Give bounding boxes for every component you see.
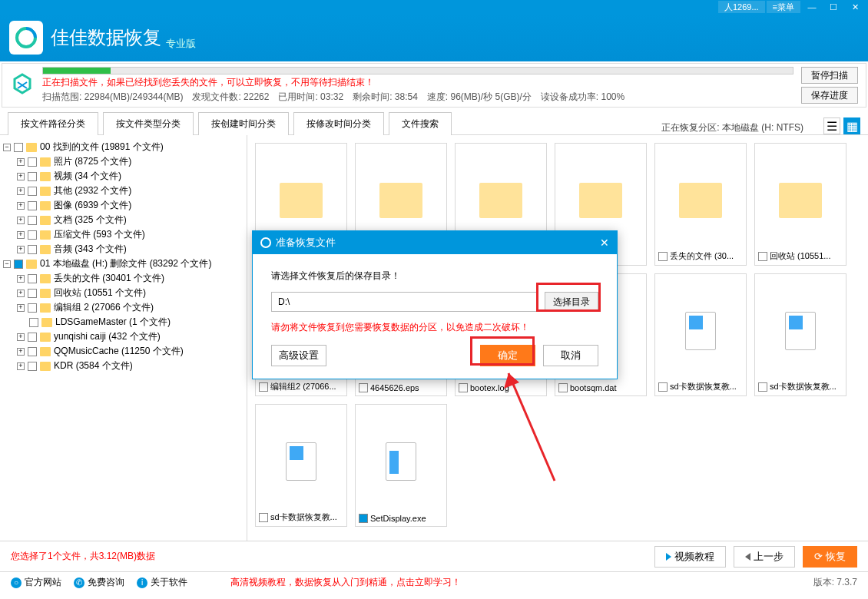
tree-label[interactable]: 图像 (6939 个文件)	[54, 199, 131, 212]
folder-icon	[40, 333, 51, 342]
tab-by-path[interactable]: 按文件路径分类	[8, 112, 98, 135]
tree-label[interactable]: yunqishi caiji (432 个文件)	[54, 330, 161, 343]
expand-icon[interactable]: −	[3, 260, 11, 268]
checkbox[interactable]	[758, 382, 767, 392]
tile-label: bootsqm.dat	[570, 383, 617, 392]
advanced-settings-button[interactable]: 高级设置	[271, 345, 326, 366]
tab-by-type[interactable]: 按文件类型分类	[103, 112, 194, 135]
about-link[interactable]: i关于软件	[137, 576, 187, 589]
cancel-button[interactable]: 取消	[543, 345, 598, 366]
promo-text[interactable]: 高清视频教程，数据恢复从入门到精通，点击立即学习！	[230, 576, 461, 589]
user-button[interactable]: 人 1269...	[718, 1, 765, 13]
browse-button[interactable]: 选择目录	[545, 292, 598, 312]
folder-icon	[40, 172, 51, 181]
tab-search[interactable]: 文件搜索	[389, 112, 452, 135]
checkbox[interactable]	[658, 382, 668, 392]
close-button[interactable]: ✕	[845, 1, 865, 13]
folder-icon	[40, 201, 51, 210]
checkbox[interactable]	[259, 382, 268, 392]
save-progress-button[interactable]: 保存进度	[801, 87, 858, 104]
checkbox[interactable]	[28, 172, 37, 181]
checkbox[interactable]	[28, 362, 37, 371]
expand-icon[interactable]: +	[17, 290, 25, 297]
checkbox[interactable]	[359, 383, 368, 392]
tree-label[interactable]: 丢失的文件 (30401 个文件)	[54, 272, 164, 285]
scan-message: 正在扫描文件，如果已经找到您丢失的文件，可以立即恢复，不用等待扫描结束！	[42, 76, 793, 89]
file-tile[interactable]: 回收站 (10551...	[754, 143, 846, 266]
tree-panel[interactable]: −00 找到的文件 (19891 个文件) +照片 (8725 个文件) +视频…	[0, 135, 247, 541]
tab-by-modified[interactable]: 按修改时间分类	[293, 112, 384, 135]
checkbox[interactable]	[28, 230, 37, 240]
checkbox[interactable]	[459, 383, 468, 392]
tree-label[interactable]: 视频 (34 个文件)	[54, 170, 121, 183]
checkbox[interactable]	[558, 383, 568, 392]
checkbox[interactable]	[758, 252, 767, 261]
minimize-button[interactable]: —	[802, 1, 822, 13]
dialog-title-bar[interactable]: 准备恢复文件 ✕	[253, 231, 617, 254]
tile-label: 编辑组2 (27066...	[270, 381, 336, 392]
pause-scan-button[interactable]: 暂停扫描	[801, 67, 858, 84]
checkbox[interactable]	[28, 274, 37, 283]
tree-label[interactable]: 回收站 (10551 个文件)	[54, 286, 146, 300]
file-tile[interactable]: 丢失的文件 (30...	[654, 143, 747, 266]
checkbox[interactable]	[28, 347, 37, 356]
expand-icon[interactable]: +	[17, 362, 25, 370]
dialog-close-button[interactable]: ✕	[600, 237, 609, 249]
save-path-input[interactable]	[271, 292, 537, 312]
expand-icon[interactable]: +	[17, 275, 25, 283]
expand-icon[interactable]: +	[17, 231, 25, 239]
menu-button[interactable]: ≡ 菜单	[767, 1, 800, 13]
official-site-link[interactable]: ○官方网站	[11, 576, 61, 589]
expand-icon[interactable]: +	[17, 333, 25, 341]
tree-label[interactable]: KDR (3584 个文件)	[54, 359, 133, 372]
expand-icon[interactable]: −	[3, 144, 11, 151]
tree-label[interactable]: 其他 (2932 个文件)	[54, 184, 131, 197]
expand-icon[interactable]: +	[17, 187, 25, 195]
checkbox[interactable]	[359, 514, 368, 523]
video-tutorial-button[interactable]: 视频教程	[654, 546, 726, 568]
tree-label[interactable]: 文档 (325 个文件)	[54, 213, 127, 227]
ok-button[interactable]: 确定	[480, 345, 535, 366]
prev-step-button[interactable]: 上一步	[734, 546, 795, 568]
checkbox[interactable]	[29, 318, 38, 327]
recover-button[interactable]: ⟳ 恢复	[803, 546, 857, 568]
checkbox[interactable]	[28, 303, 37, 313]
tree-label[interactable]: QQMusicCache (11250 个文件)	[54, 345, 184, 358]
checkbox[interactable]	[658, 252, 668, 261]
file-tile[interactable]: sd卡数据恢复教...	[255, 404, 347, 527]
expand-icon[interactable]: +	[17, 304, 25, 312]
tree-label[interactable]: LDSGameMaster (1 个文件)	[55, 316, 171, 329]
file-tile[interactable]: SetDisplay.exe	[355, 404, 447, 527]
checkbox[interactable]	[28, 157, 37, 167]
checkbox[interactable]	[28, 201, 37, 210]
expand-icon[interactable]: +	[17, 158, 25, 166]
checkbox[interactable]	[14, 143, 23, 152]
expand-icon[interactable]: +	[17, 217, 25, 224]
expand-icon[interactable]: +	[17, 246, 25, 253]
file-tile[interactable]: sd卡数据恢复教...	[654, 273, 747, 396]
checkbox[interactable]	[28, 216, 37, 225]
tree-label[interactable]: 音频 (343 个文件)	[54, 243, 127, 256]
checkbox[interactable]	[28, 333, 37, 342]
tab-by-created[interactable]: 按创建时间分类	[198, 112, 289, 135]
checkbox[interactable]	[14, 260, 23, 269]
checkbox[interactable]	[259, 513, 268, 522]
expand-icon[interactable]: +	[17, 348, 25, 356]
checkbox[interactable]	[28, 289, 37, 298]
file-tile[interactable]: sd卡数据恢复教...	[754, 273, 846, 396]
tree-label[interactable]: 编辑组 2 (27066 个文件)	[54, 301, 154, 314]
tree-label[interactable]: 压缩文件 (593 个文件)	[54, 228, 145, 241]
folder-icon	[26, 260, 37, 269]
checkbox[interactable]	[28, 187, 37, 196]
expand-icon[interactable]: +	[17, 173, 25, 180]
tree-label[interactable]: 照片 (8725 个文件)	[54, 155, 131, 168]
grid-view-button[interactable]: ▦	[843, 117, 860, 134]
list-view-button[interactable]: ☰	[823, 117, 840, 134]
tree-label[interactable]: 01 本地磁盘 (H:) 删除文件 (83292 个文件)	[40, 257, 211, 270]
checkbox[interactable]	[28, 245, 37, 254]
free-consult-link[interactable]: ✆免费咨询	[74, 576, 124, 589]
folder-icon	[379, 183, 422, 218]
maximize-button[interactable]: ☐	[823, 1, 843, 13]
expand-icon[interactable]: +	[17, 202, 25, 210]
tree-label[interactable]: 00 找到的文件 (19891 个文件)	[40, 141, 164, 154]
